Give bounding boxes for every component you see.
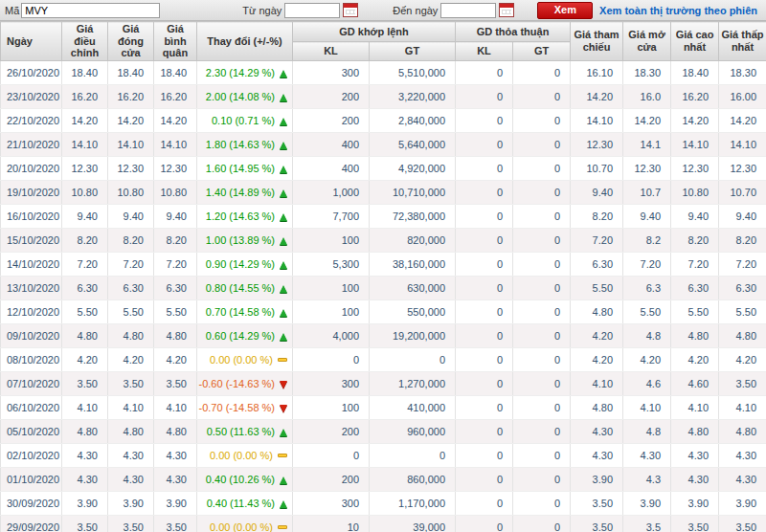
open-price-cell: 10.7 <box>623 180 671 204</box>
adjusted-price-cell: 4.30 <box>62 443 108 467</box>
date-cell: 15/10/2020 <box>1 228 62 252</box>
low-price-cell: 9.40 <box>719 204 766 228</box>
reference-price-cell: 3.50 <box>571 491 623 515</box>
high-price-cell: 3.50 <box>671 515 719 532</box>
high-price-cell: 9.40 <box>671 204 719 228</box>
deal-volume-cell: 0 <box>456 419 513 443</box>
table-row: 07/10/20203.503.503.50-0.60 (-14.63 %)30… <box>1 371 766 395</box>
close-price-cell: 16.20 <box>108 84 154 108</box>
change-value: 1.80 (14.63 %) <box>206 139 275 150</box>
change-cell: 0.80 (14.55 %) <box>197 276 293 299</box>
table-row: 20/10/202012.3012.3012.301.60 (14.95 %)4… <box>1 156 766 180</box>
table-row: 13/10/20206.306.306.300.80 (14.55 %)1006… <box>1 276 766 299</box>
change-cell: 0.90 (14.29 %) <box>197 252 293 276</box>
deal-volume-cell: 0 <box>456 228 513 252</box>
change-cell: 1.00 (13.89 %) <box>197 228 293 252</box>
change-value: 0.80 (14.55 %) <box>206 282 275 294</box>
deal-value-cell: 0 <box>513 60 571 84</box>
view-button[interactable]: Xem <box>537 2 593 19</box>
deal-volume-cell: 0 <box>456 491 513 515</box>
date-cell: 09/10/2020 <box>1 323 62 347</box>
low-price-cell: 10.70 <box>719 180 766 204</box>
change-value: -0.70 (-14.58 %) <box>199 402 275 413</box>
deal-value-cell: 0 <box>513 228 571 252</box>
deal-volume-cell: 0 <box>456 276 513 299</box>
change-cell: 2.30 (14.29 %) <box>197 60 293 84</box>
close-price-cell: 3.50 <box>108 515 154 532</box>
up-arrow-icon <box>280 477 287 484</box>
reference-price-cell: 4.80 <box>571 299 623 323</box>
to-date-input[interactable] <box>440 3 496 18</box>
date-cell: 13/10/2020 <box>1 276 62 299</box>
matched-volume-cell: 5,300 <box>293 252 370 276</box>
low-price-cell: 16.00 <box>719 84 766 108</box>
flat-dash-icon <box>278 454 287 457</box>
high-price-cell: 4.30 <box>671 467 719 491</box>
adjusted-price-cell: 3.90 <box>62 491 108 515</box>
header-close-price: Giá đóng cửa <box>108 22 154 61</box>
open-price-cell: 4.3 <box>623 467 671 491</box>
header-reference-price: Giá tham chiếu <box>571 22 623 61</box>
low-price-cell: 4.30 <box>719 443 766 467</box>
deal-volume-cell: 0 <box>456 156 513 180</box>
matched-value-cell: 5,640,000 <box>370 132 456 156</box>
header-deal-group: GD thỏa thuận <box>456 22 571 42</box>
high-price-cell: 4.60 <box>671 371 719 395</box>
from-date-input[interactable] <box>284 3 340 18</box>
close-price-cell: 18.40 <box>108 60 154 84</box>
table-row: 19/10/202010.8010.8010.801.40 (14.89 %)1… <box>1 180 766 204</box>
deal-value-cell: 0 <box>513 323 571 347</box>
matched-value-cell: 0 <box>370 347 456 371</box>
deal-volume-cell: 0 <box>456 60 513 84</box>
table-row: 15/10/20208.208.208.201.00 (13.89 %)1008… <box>1 228 766 252</box>
matched-volume-cell: 100 <box>293 276 370 299</box>
date-cell: 20/10/2020 <box>1 156 62 180</box>
up-arrow-icon <box>280 237 287 245</box>
close-price-cell: 4.10 <box>108 395 154 419</box>
up-arrow-icon <box>280 94 287 101</box>
high-price-cell: 5.50 <box>671 299 719 323</box>
deal-value-cell: 0 <box>513 347 571 371</box>
matched-value-cell: 630,000 <box>370 276 456 299</box>
adjusted-price-cell: 14.20 <box>62 108 108 132</box>
down-arrow-icon <box>280 405 287 412</box>
change-value: 1.60 (14.95 %) <box>206 163 275 174</box>
date-cell: 23/10/2020 <box>1 84 62 108</box>
change-cell: 0.70 (14.58 %) <box>197 299 293 323</box>
high-price-cell: 18.40 <box>671 60 719 84</box>
adjusted-price-cell: 16.20 <box>62 84 108 108</box>
date-cell: 06/10/2020 <box>1 395 62 419</box>
close-price-cell: 4.80 <box>108 323 154 347</box>
change-value: 0.50 (11.63 %) <box>207 426 275 437</box>
close-price-cell: 4.30 <box>108 467 154 491</box>
change-cell: 0.40 (11.43 %) <box>197 491 293 515</box>
table-row: 06/10/20204.104.104.10-0.70 (-14.58 %)10… <box>1 395 766 419</box>
flat-dash-icon <box>278 525 287 529</box>
from-calendar-icon[interactable] <box>343 3 358 17</box>
change-value: 1.20 (14.63 %) <box>206 211 275 222</box>
open-price-cell: 5.50 <box>623 299 671 323</box>
change-cell: 0.00 (0.00 %) <box>197 515 293 532</box>
deal-value-cell: 0 <box>513 299 571 323</box>
open-price-cell: 4.30 <box>623 443 671 467</box>
matched-value-cell: 820,000 <box>370 228 456 252</box>
deal-volume-cell: 0 <box>456 252 513 276</box>
matched-value-cell: 860,000 <box>370 467 456 491</box>
low-price-cell: 4.20 <box>719 347 766 371</box>
change-value: 0.00 (0.00 %) <box>210 450 273 461</box>
matched-volume-cell: 0 <box>293 443 370 467</box>
to-calendar-icon[interactable] <box>499 3 514 17</box>
change-cell: -0.60 (-14.63 %) <box>197 371 293 395</box>
matched-value-cell: 550,000 <box>370 299 456 323</box>
low-price-cell: 6.30 <box>719 276 766 299</box>
change-value: 0.00 (0.00 %) <box>210 354 273 366</box>
symbol-input[interactable] <box>21 3 160 18</box>
high-price-cell: 12.30 <box>671 156 719 180</box>
low-price-cell: 3.90 <box>719 491 766 515</box>
change-cell: 0.00 (0.00 %) <box>197 347 293 371</box>
down-arrow-icon <box>280 381 287 388</box>
table-row: 05/10/20204.804.804.800.50 (11.63 %)2009… <box>1 419 766 443</box>
header-high-price: Giá cao nhất <box>671 22 719 61</box>
matched-volume-cell: 200 <box>293 467 370 491</box>
market-overview-link[interactable]: Xem toàn thị trường theo phiên <box>599 5 757 16</box>
